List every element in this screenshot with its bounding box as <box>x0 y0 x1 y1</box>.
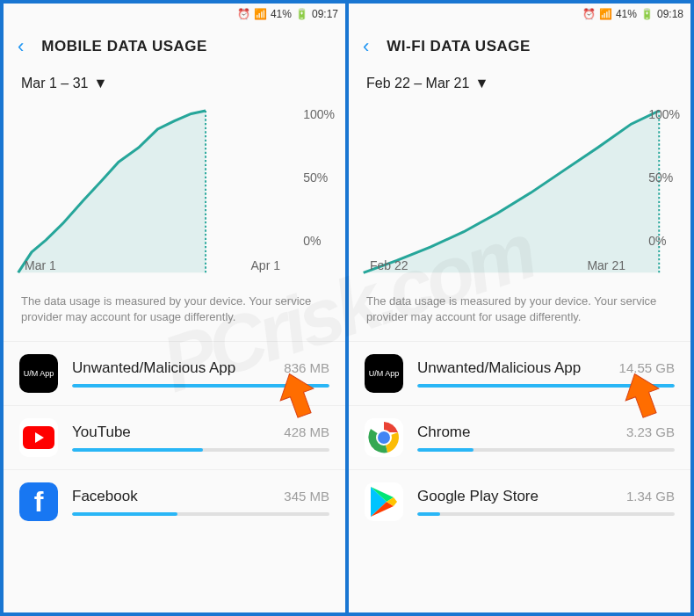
app-name: YouTube <box>72 424 131 441</box>
page-title: MOBILE DATA USAGE <box>41 38 207 55</box>
app-size: 3.23 GB <box>626 424 675 439</box>
page-header: ‹ MOBILE DATA USAGE <box>4 25 345 69</box>
status-bar: ⏰ 📶 41% 🔋 09:18 <box>349 4 690 25</box>
chrome-icon <box>365 418 403 457</box>
youtube-icon <box>19 418 58 457</box>
app-row-unwanted[interactable]: U/M App Unwanted/Malicious App 836 MB <box>4 341 345 405</box>
y-axis-labels: 100% 50% 0% <box>648 107 680 248</box>
page-header: ‹ WI-FI DATA USAGE <box>349 25 690 69</box>
usage-bar <box>72 384 329 388</box>
app-name: Facebook <box>72 488 138 505</box>
usage-bar <box>417 512 675 516</box>
app-row-facebook[interactable]: f Facebook 345 MB <box>4 469 345 533</box>
screen-wifi-data: ⏰ 📶 41% 🔋 09:18 ‹ WI-FI DATA USAGE Feb 2… <box>349 4 690 612</box>
y-label-0: 0% <box>648 234 680 248</box>
screen-mobile-data: ⏰ 📶 41% 🔋 09:17 ‹ MOBILE DATA USAGE Mar … <box>4 4 345 612</box>
chart-svg <box>352 98 687 283</box>
app-name: Unwanted/Malicious App <box>72 359 235 377</box>
x-axis-labels: Feb 22 Mar 21 <box>370 258 625 272</box>
x-label-start: Feb 22 <box>370 258 408 272</box>
clock-time: 09:18 <box>657 8 683 20</box>
status-bar: ⏰ 📶 41% 🔋 09:17 <box>4 4 345 25</box>
y-label-100: 100% <box>303 107 335 121</box>
signal-icon: 📶 <box>254 8 267 20</box>
x-label-start: Mar 1 <box>25 258 56 272</box>
usage-chart: 100% 50% 0% Feb 22 Mar 21 <box>352 98 687 283</box>
back-icon[interactable]: ‹ <box>18 35 24 58</box>
app-name: Unwanted/Malicious App <box>417 359 581 377</box>
y-label-50: 50% <box>303 170 335 185</box>
clock-time: 09:17 <box>312 8 338 20</box>
chart-svg <box>7 98 342 283</box>
chevron-down-icon: ▼ <box>474 76 488 91</box>
app-row-chrome[interactable]: Chrome 3.23 GB <box>349 405 690 469</box>
alarm-icon: ⏰ <box>237 8 250 20</box>
usage-bar <box>72 448 329 452</box>
battery-percent: 41% <box>616 8 637 20</box>
y-label-50: 50% <box>648 170 680 185</box>
disclaimer-text: The data usage is measured by your devic… <box>349 283 690 341</box>
date-range-label: Feb 22 – Mar 21 <box>366 76 469 91</box>
app-row-play-store[interactable]: Google Play Store 1.34 GB <box>349 469 690 533</box>
usage-chart: 100% 50% 0% Mar 1 Apr 1 <box>7 98 342 283</box>
app-size: 428 MB <box>284 424 329 439</box>
unwanted-app-icon: U/M App <box>19 354 58 393</box>
battery-percent: 41% <box>271 8 292 20</box>
facebook-icon: f <box>19 482 58 521</box>
app-size: 345 MB <box>284 489 329 504</box>
x-label-end: Mar 21 <box>587 258 625 272</box>
signal-icon: 📶 <box>599 8 612 20</box>
app-size: 836 MB <box>284 360 329 375</box>
date-range-selector[interactable]: Mar 1 – 31 ▼ <box>4 69 345 95</box>
alarm-icon: ⏰ <box>582 8 596 20</box>
battery-icon: 🔋 <box>295 8 308 20</box>
app-name: Google Play Store <box>417 488 539 505</box>
back-icon[interactable]: ‹ <box>363 35 369 58</box>
usage-bar <box>417 448 675 452</box>
app-size: 14.55 GB <box>619 360 675 375</box>
app-name: Chrome <box>417 424 470 441</box>
page-title: WI-FI DATA USAGE <box>387 38 531 55</box>
x-label-end: Apr 1 <box>251 258 280 272</box>
usage-bar <box>72 512 329 516</box>
usage-bar <box>417 384 675 388</box>
date-range-selector[interactable]: Feb 22 – Mar 21 ▼ <box>349 69 690 95</box>
app-row-unwanted[interactable]: U/M App Unwanted/Malicious App 14.55 GB <box>349 341 690 405</box>
y-axis-labels: 100% 50% 0% <box>303 107 335 248</box>
x-axis-labels: Mar 1 Apr 1 <box>25 258 280 272</box>
unwanted-app-icon: U/M App <box>365 354 403 393</box>
battery-icon: 🔋 <box>640 8 654 20</box>
date-range-label: Mar 1 – 31 <box>21 76 88 91</box>
y-label-100: 100% <box>648 107 680 121</box>
app-size: 1.34 GB <box>626 489 675 504</box>
disclaimer-text: The data usage is measured by your devic… <box>4 283 345 341</box>
play-store-icon <box>365 482 403 521</box>
y-label-0: 0% <box>303 234 335 248</box>
app-row-youtube[interactable]: YouTube 428 MB <box>4 405 345 469</box>
chevron-down-icon: ▼ <box>93 76 107 91</box>
